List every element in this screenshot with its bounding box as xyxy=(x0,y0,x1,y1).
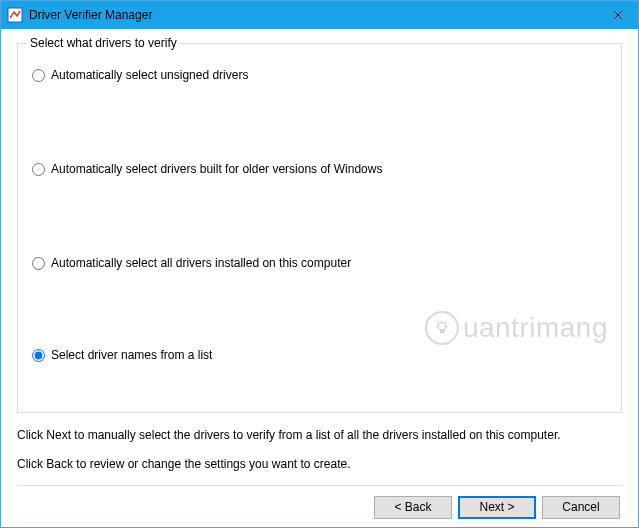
hint-line-1: Click Next to manually select the driver… xyxy=(17,427,622,444)
radio-all-label: Automatically select all drivers install… xyxy=(51,256,351,270)
radio-list-input[interactable] xyxy=(32,349,45,362)
next-button[interactable]: Next > xyxy=(458,496,536,519)
hint-line-2: Click Back to review or change the setti… xyxy=(17,456,622,473)
app-icon xyxy=(7,7,23,23)
radio-all-input[interactable] xyxy=(32,257,45,270)
radio-older-windows-drivers[interactable]: Automatically select drivers built for o… xyxy=(32,162,607,176)
driver-select-group: Select what drivers to verify Automatica… xyxy=(17,43,622,413)
titlebar: Driver Verifier Manager xyxy=(1,1,638,29)
radio-unsigned-drivers[interactable]: Automatically select unsigned drivers xyxy=(32,68,607,82)
radio-unsigned-input[interactable] xyxy=(32,69,45,82)
close-icon xyxy=(613,10,623,20)
radio-unsigned-label: Automatically select unsigned drivers xyxy=(51,68,248,82)
separator xyxy=(17,485,622,486)
cancel-button[interactable]: Cancel xyxy=(542,496,620,519)
radio-older-input[interactable] xyxy=(32,163,45,176)
radio-select-from-list[interactable]: Select driver names from a list xyxy=(32,348,607,362)
radio-list-label: Select driver names from a list xyxy=(51,348,212,362)
group-legend: Select what drivers to verify xyxy=(26,36,181,50)
button-row: < Back Next > Cancel xyxy=(17,496,622,519)
radio-older-label: Automatically select drivers built for o… xyxy=(51,162,382,176)
radio-all-drivers[interactable]: Automatically select all drivers install… xyxy=(32,256,607,270)
back-button[interactable]: < Back xyxy=(374,496,452,519)
hint-text: Click Next to manually select the driver… xyxy=(17,427,622,473)
window-title: Driver Verifier Manager xyxy=(29,8,598,22)
dialog-content: Select what drivers to verify Automatica… xyxy=(1,29,638,528)
svg-rect-0 xyxy=(8,8,22,22)
close-button[interactable] xyxy=(598,1,638,29)
